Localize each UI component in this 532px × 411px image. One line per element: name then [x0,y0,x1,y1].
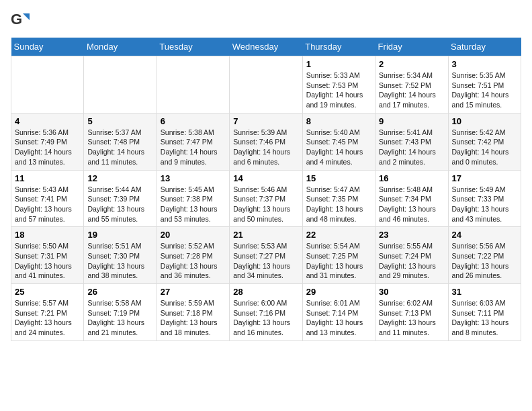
calendar-cell: 10Sunrise: 5:42 AMSunset: 7:42 PMDayligh… [448,113,521,170]
calendar-header-row: SundayMondayTuesdayWednesdayThursdayFrid… [11,38,521,56]
calendar-week-row: 11Sunrise: 5:43 AMSunset: 7:41 PMDayligh… [11,170,521,227]
day-info: Sunrise: 6:03 AMSunset: 7:11 PMDaylight:… [452,298,517,338]
calendar-cell: 25Sunrise: 5:57 AMSunset: 7:21 PMDayligh… [11,284,84,341]
day-number: 16 [379,173,444,183]
calendar-cell: 15Sunrise: 5:47 AMSunset: 7:35 PMDayligh… [302,170,375,227]
calendar-cell: 26Sunrise: 5:58 AMSunset: 7:19 PMDayligh… [84,284,157,341]
day-number: 2 [379,59,444,69]
calendar-cell: 19Sunrise: 5:51 AMSunset: 7:30 PMDayligh… [84,227,157,284]
day-number: 23 [379,230,444,240]
calendar-cell: 31Sunrise: 6:03 AMSunset: 7:11 PMDayligh… [448,284,521,341]
day-number: 11 [15,173,80,183]
calendar-cell: 28Sunrise: 6:00 AMSunset: 7:16 PMDayligh… [230,284,302,341]
weekday-header-tuesday: Tuesday [157,38,229,56]
day-info: Sunrise: 6:01 AMSunset: 7:14 PMDaylight:… [306,298,371,338]
day-info: Sunrise: 5:45 AMSunset: 7:38 PMDaylight:… [161,185,226,224]
day-number: 25 [15,287,80,297]
day-info: Sunrise: 5:39 AMSunset: 7:46 PMDaylight:… [233,128,298,167]
day-info: Sunrise: 5:44 AMSunset: 7:39 PMDaylight:… [87,185,152,224]
day-number: 1 [306,59,371,69]
calendar-cell: 30Sunrise: 6:02 AMSunset: 7:13 PMDayligh… [375,284,448,341]
day-number: 6 [161,116,226,126]
day-number: 20 [161,230,226,240]
weekday-header-wednesday: Wednesday [230,38,302,56]
day-number: 24 [452,230,517,240]
calendar-cell: 8Sunrise: 5:40 AMSunset: 7:45 PMDaylight… [302,113,375,170]
day-number: 17 [452,173,517,183]
calendar-cell: 29Sunrise: 6:01 AMSunset: 7:14 PMDayligh… [302,284,375,341]
day-info: Sunrise: 5:34 AMSunset: 7:52 PMDaylight:… [379,71,444,110]
day-info: Sunrise: 5:41 AMSunset: 7:43 PMDaylight:… [379,128,444,167]
logo: G [11,11,32,30]
day-info: Sunrise: 5:48 AMSunset: 7:34 PMDaylight:… [379,185,444,224]
page-header: G [11,11,521,30]
weekday-header-monday: Monday [84,38,157,56]
calendar-cell [230,56,302,113]
day-number: 26 [87,287,152,297]
day-info: Sunrise: 5:36 AMSunset: 7:49 PMDaylight:… [15,128,80,167]
day-info: Sunrise: 5:47 AMSunset: 7:35 PMDaylight:… [306,185,371,224]
day-number: 13 [161,173,226,183]
calendar-cell: 14Sunrise: 5:46 AMSunset: 7:37 PMDayligh… [230,170,302,227]
calendar-table: SundayMondayTuesdayWednesdayThursdayFrid… [11,38,521,341]
day-info: Sunrise: 5:53 AMSunset: 7:27 PMDaylight:… [233,241,298,281]
calendar-week-row: 25Sunrise: 5:57 AMSunset: 7:21 PMDayligh… [11,284,521,341]
calendar-cell: 11Sunrise: 5:43 AMSunset: 7:41 PMDayligh… [11,170,84,227]
svg-text:G: G [11,11,22,28]
calendar-cell: 3Sunrise: 5:35 AMSunset: 7:51 PMDaylight… [448,56,521,113]
day-info: Sunrise: 5:43 AMSunset: 7:41 PMDaylight:… [15,185,80,224]
day-number: 10 [452,116,517,126]
day-number: 27 [161,287,226,297]
day-number: 15 [306,173,371,183]
day-info: Sunrise: 5:50 AMSunset: 7:31 PMDaylight:… [15,241,80,281]
day-number: 18 [15,230,80,240]
calendar-cell: 16Sunrise: 5:48 AMSunset: 7:34 PMDayligh… [375,170,448,227]
day-info: Sunrise: 5:35 AMSunset: 7:51 PMDaylight:… [452,71,517,110]
day-info: Sunrise: 6:02 AMSunset: 7:13 PMDaylight:… [379,298,444,338]
day-number: 22 [306,230,371,240]
calendar-week-row: 18Sunrise: 5:50 AMSunset: 7:31 PMDayligh… [11,227,521,284]
day-number: 29 [306,287,371,297]
calendar-week-row: 4Sunrise: 5:36 AMSunset: 7:49 PMDaylight… [11,113,521,170]
day-number: 12 [87,173,152,183]
calendar-cell: 22Sunrise: 5:54 AMSunset: 7:25 PMDayligh… [302,227,375,284]
logo-icon: G [11,11,30,30]
day-number: 19 [87,230,152,240]
calendar-cell: 18Sunrise: 5:50 AMSunset: 7:31 PMDayligh… [11,227,84,284]
day-info: Sunrise: 5:42 AMSunset: 7:42 PMDaylight:… [452,128,517,167]
calendar-cell: 6Sunrise: 5:38 AMSunset: 7:47 PMDaylight… [157,113,229,170]
day-number: 5 [87,116,152,126]
day-info: Sunrise: 5:51 AMSunset: 7:30 PMDaylight:… [87,241,152,281]
day-info: Sunrise: 5:52 AMSunset: 7:28 PMDaylight:… [161,241,226,281]
calendar-cell: 17Sunrise: 5:49 AMSunset: 7:33 PMDayligh… [448,170,521,227]
day-number: 7 [233,116,298,126]
calendar-cell: 9Sunrise: 5:41 AMSunset: 7:43 PMDaylight… [375,113,448,170]
day-number: 9 [379,116,444,126]
weekday-header-saturday: Saturday [448,38,521,56]
day-info: Sunrise: 5:38 AMSunset: 7:47 PMDaylight:… [161,128,226,167]
calendar-cell [84,56,157,113]
day-number: 30 [379,287,444,297]
day-info: Sunrise: 5:33 AMSunset: 7:53 PMDaylight:… [306,71,371,110]
day-info: Sunrise: 5:55 AMSunset: 7:24 PMDaylight:… [379,241,444,281]
calendar-cell: 2Sunrise: 5:34 AMSunset: 7:52 PMDaylight… [375,56,448,113]
day-info: Sunrise: 6:00 AMSunset: 7:16 PMDaylight:… [233,298,298,338]
calendar-week-row: 1Sunrise: 5:33 AMSunset: 7:53 PMDaylight… [11,56,521,113]
weekday-header-thursday: Thursday [302,38,375,56]
day-number: 8 [306,116,371,126]
day-info: Sunrise: 5:57 AMSunset: 7:21 PMDaylight:… [15,298,80,338]
svg-marker-1 [23,13,30,20]
calendar-cell: 20Sunrise: 5:52 AMSunset: 7:28 PMDayligh… [157,227,229,284]
calendar-cell: 5Sunrise: 5:37 AMSunset: 7:48 PMDaylight… [84,113,157,170]
calendar-body: 1Sunrise: 5:33 AMSunset: 7:53 PMDaylight… [11,56,521,341]
day-info: Sunrise: 5:54 AMSunset: 7:25 PMDaylight:… [306,241,371,281]
weekday-header-sunday: Sunday [11,38,84,56]
calendar-cell [157,56,229,113]
calendar-cell: 12Sunrise: 5:44 AMSunset: 7:39 PMDayligh… [84,170,157,227]
calendar-cell: 4Sunrise: 5:36 AMSunset: 7:49 PMDaylight… [11,113,84,170]
calendar-cell: 24Sunrise: 5:56 AMSunset: 7:22 PMDayligh… [448,227,521,284]
day-number: 4 [15,116,80,126]
day-number: 28 [233,287,298,297]
day-info: Sunrise: 5:59 AMSunset: 7:18 PMDaylight:… [161,298,226,338]
day-info: Sunrise: 5:56 AMSunset: 7:22 PMDaylight:… [452,241,517,281]
